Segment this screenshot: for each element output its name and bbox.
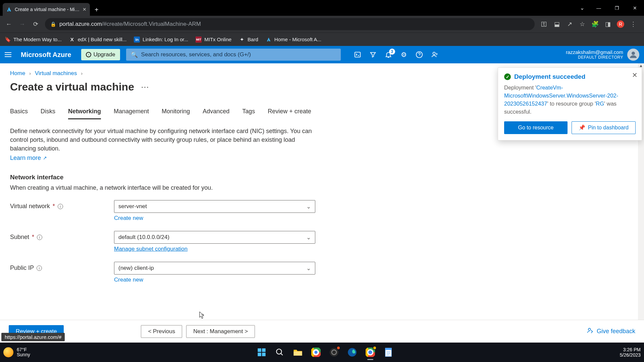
go-to-resource-button[interactable]: Go to resource xyxy=(504,121,568,134)
toast-rg-link[interactable]: RG xyxy=(596,101,604,107)
tab-tags[interactable]: Tags xyxy=(242,108,255,119)
svg-point-6 xyxy=(588,328,591,330)
bookmark-item[interactable]: MIT MITx Online xyxy=(196,37,231,43)
bookmark-item[interactable]: ✦ Bard xyxy=(239,37,258,43)
browser-reload-button[interactable]: ⟳ xyxy=(30,18,42,30)
tab-management[interactable]: Management xyxy=(114,108,149,119)
chevron-right-icon: › xyxy=(29,71,31,76)
bookmark-label: MITx Online xyxy=(204,37,231,42)
publicip-create-new-link[interactable]: Create new xyxy=(114,277,315,283)
breadcrumb-home[interactable]: Home xyxy=(10,70,25,77)
account-menu[interactable]: razzakshalim@gmail.com DEFAULT DIRECTORY xyxy=(566,49,639,61)
bard-favicon-icon: ✦ xyxy=(239,37,245,43)
info-icon[interactable]: i xyxy=(37,235,42,240)
sidepanel-icon[interactable]: ◨ xyxy=(602,18,614,30)
tab-basics[interactable]: Basics xyxy=(10,108,28,119)
subnet-value: default (10.0.0.0/24) xyxy=(118,234,169,241)
vnet-dropdown[interactable]: server-vnet ⌄ xyxy=(114,200,315,213)
manage-subnet-link[interactable]: Manage subnet configuration xyxy=(114,246,315,252)
learn-more-link[interactable]: Learn more ↗ xyxy=(10,154,47,162)
notifications-icon[interactable]: 3 xyxy=(384,51,392,59)
browser-forward-button[interactable]: → xyxy=(16,18,28,30)
profile-avatar-icon[interactable]: R xyxy=(614,18,627,30)
tab-review[interactable]: Review + create xyxy=(268,108,311,119)
weather-condition: Sunny xyxy=(17,352,30,357)
extensions-icon[interactable]: 🧩 xyxy=(589,18,601,30)
tab-monitoring[interactable]: Monitoring xyxy=(162,108,190,119)
toast-close-button[interactable]: ✕ xyxy=(632,71,638,79)
chrome-active-icon[interactable] xyxy=(365,347,376,358)
file-explorer-icon[interactable] xyxy=(292,347,304,358)
notepad-icon[interactable] xyxy=(383,347,394,358)
bookmark-item[interactable]: 🔖 The Modern Way to... xyxy=(5,37,62,43)
deployment-toast: ✕ ✓ Deployment succeeded Deployment 'Cre… xyxy=(498,67,642,140)
toast-message: Deployment 'CreateVm-MicrosoftWindowsSer… xyxy=(504,84,636,116)
linkedin-favicon-icon: in xyxy=(134,37,140,43)
install-app-icon[interactable]: ⬓ xyxy=(551,18,563,30)
give-feedback-link[interactable]: Give feedback xyxy=(587,327,635,336)
bookmark-label: edX | Build new skill... xyxy=(78,37,127,42)
section-heading: Network interface xyxy=(10,174,634,181)
tab-overflow-icon[interactable]: ⌄ xyxy=(574,0,590,16)
chrome-menu-icon[interactable]: ⋮ xyxy=(627,18,639,30)
tab-disks[interactable]: Disks xyxy=(41,108,55,119)
tab-advanced[interactable]: Advanced xyxy=(203,108,229,119)
page-title: Create a virtual machine xyxy=(10,81,134,93)
subnet-dropdown[interactable]: default (10.0.0.0/24) ⌄ xyxy=(114,231,315,244)
window-maximize-icon[interactable]: ❐ xyxy=(608,0,626,16)
notification-dot-icon xyxy=(336,346,340,350)
portal-menu-button[interactable] xyxy=(5,50,14,59)
upgrade-button[interactable]: ↑ Upgrade xyxy=(81,49,120,60)
portal-search-input[interactable]: 🔍 Search resources, services, and docs (… xyxy=(126,49,341,61)
intro-text: Define network connectivity for your vir… xyxy=(10,128,312,152)
page-actions-menu[interactable]: ⋯ xyxy=(141,82,149,92)
search-placeholder: Search resources, services, and docs (G+… xyxy=(141,51,251,58)
bookmark-label: Home - Microsoft A... xyxy=(274,37,321,42)
account-directory: DEFAULT DIRECTORY xyxy=(566,55,623,60)
svg-rect-10 xyxy=(262,353,266,356)
azure-brand-link[interactable]: Microsoft Azure xyxy=(21,51,71,59)
taskbar-weather[interactable]: 67°F Sunny xyxy=(3,347,30,358)
share-icon[interactable]: ↗ xyxy=(564,18,576,30)
publicip-dropdown[interactable]: (new) client-ip ⌄ xyxy=(114,262,315,275)
window-close-icon[interactable]: ✕ xyxy=(626,0,644,16)
bookmark-item[interactable]: Home - Microsoft A... xyxy=(266,37,321,43)
system-clock[interactable]: 3:26 PM 5/26/2023 xyxy=(620,347,641,358)
window-minimize-icon[interactable]: ― xyxy=(590,0,608,16)
help-icon[interactable] xyxy=(415,51,423,59)
bookmark-star-icon[interactable]: ☆ xyxy=(576,18,588,30)
browser-tab-active[interactable]: Create a virtual machine - Micros ✕ xyxy=(3,3,90,16)
cloud-shell-icon[interactable] xyxy=(354,51,362,59)
svg-rect-12 xyxy=(293,352,302,356)
browser-back-button[interactable]: ← xyxy=(3,18,15,30)
field-public-ip: Public IP i (new) client-ip ⌄ Create new xyxy=(10,262,634,283)
info-icon[interactable]: i xyxy=(37,265,42,271)
feedback-icon[interactable] xyxy=(431,51,439,59)
clock-time: 3:26 PM xyxy=(620,347,641,352)
next-button[interactable]: Next : Management > xyxy=(186,325,255,338)
required-asterisk: * xyxy=(53,203,55,210)
info-icon[interactable]: i xyxy=(58,204,63,209)
previous-button[interactable]: < Previous xyxy=(141,325,182,338)
mit-favicon-icon: MIT xyxy=(196,37,202,43)
bookmark-item[interactable]: X edX | Build new skill... xyxy=(69,37,127,43)
close-tab-icon[interactable]: ✕ xyxy=(83,7,87,12)
svg-rect-2 xyxy=(355,52,360,57)
bookmark-item[interactable]: in LinkedIn: Log In or... xyxy=(134,37,188,43)
directory-filter-icon[interactable] xyxy=(369,51,377,59)
password-key-icon[interactable]: ⚿ xyxy=(538,18,550,30)
start-button[interactable] xyxy=(256,347,267,358)
search-icon: 🔍 xyxy=(131,51,138,58)
tab-networking[interactable]: Networking xyxy=(68,108,101,119)
url-input[interactable]: 🔒 portal.azure.com/#create/Microsoft.Vir… xyxy=(45,18,535,30)
obs-icon[interactable] xyxy=(328,347,340,358)
edge-icon[interactable] xyxy=(346,347,358,358)
taskbar-search-icon[interactable] xyxy=(274,347,285,358)
browser-status-bar: https://portal.azure.com/# xyxy=(1,333,65,341)
chrome-icon[interactable] xyxy=(310,347,322,358)
vnet-create-new-link[interactable]: Create new xyxy=(114,215,315,222)
new-tab-button[interactable]: + xyxy=(90,6,103,14)
settings-gear-icon[interactable]: ⚙ xyxy=(400,51,408,59)
breadcrumb-vms[interactable]: Virtual machines xyxy=(35,70,77,77)
pin-to-dashboard-button[interactable]: 📌 Pin to dashboard xyxy=(572,121,636,134)
